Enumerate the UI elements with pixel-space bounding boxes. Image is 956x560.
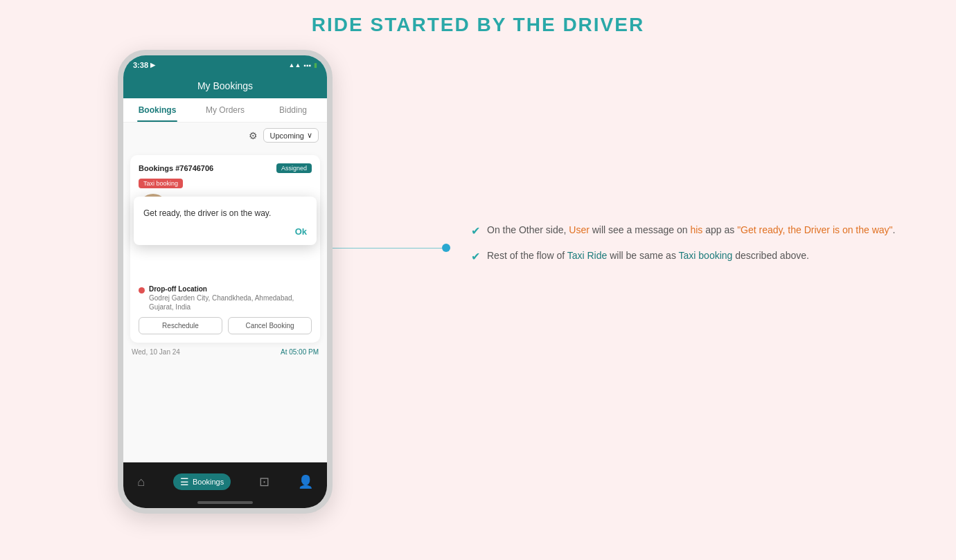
tab-bidding[interactable]: Bidding [259, 98, 327, 122]
home-indicator [123, 501, 327, 508]
phone-header: My Bookings [123, 75, 327, 98]
connection-line [331, 244, 450, 252]
nav-bookings[interactable]: ☰ Bookings [173, 473, 231, 490]
phone-tabs: Bookings My Orders Bidding [123, 98, 327, 123]
upcoming-dropdown[interactable]: Upcoming ∨ [263, 128, 319, 143]
wifi-icon: ▲▲ [289, 62, 301, 69]
cancel-booking-button[interactable]: Cancel Booking [228, 317, 312, 334]
action-buttons: Reschedule Cancel Booking [139, 317, 312, 334]
status-bar: 3:38 ▶ ▲▲ ▪▪▪ ▮ [123, 55, 327, 75]
phone-mockup: 3:38 ▶ ▲▲ ▪▪▪ ▮ My Bookings Bookings My … [118, 50, 333, 514]
taxi-badge: Taxi booking [139, 179, 183, 188]
dropoff-info: Drop-off Location Godrej Garden City, Ch… [149, 285, 312, 311]
bookings-pill: ☰ Bookings [173, 473, 231, 490]
date-row: Wed, 10 Jan 24 At 05:00 PM [123, 343, 327, 361]
filter-row: ⚙ Upcoming ∨ [123, 123, 327, 148]
bookings-nav-icon: ☰ [180, 476, 189, 487]
dropoff-dot [139, 287, 145, 293]
home-icon: ⌂ [137, 475, 145, 489]
page-title: RIDE STARTED BY THE DRIVER [312, 14, 644, 36]
dropoff-label: Drop-off Location [149, 285, 312, 293]
profile-icon: 👤 [298, 474, 313, 489]
card-top-row: Bookings #76746706 Assigned [139, 163, 312, 173]
battery-full-icon: ▮ [314, 62, 317, 69]
nav-profile[interactable]: 👤 [298, 474, 313, 489]
filter-icon[interactable]: ⚙ [249, 130, 258, 141]
upcoming-label: Upcoming [269, 132, 304, 140]
annotation-2: ✔ Rest of the flow of Taxi Ride will be … [471, 249, 921, 263]
right-annotations: ✔ On the Other side, User will see a mes… [450, 50, 921, 274]
tab-my-orders[interactable]: My Orders [191, 98, 259, 122]
popup-dialog: Get ready, the driver is on the way. Ok [134, 197, 317, 245]
check-icon-1: ✔ [471, 224, 480, 237]
battery-icon: ▪▪▪ [303, 62, 311, 69]
check-icon-2: ✔ [471, 250, 480, 263]
line-dot [442, 244, 450, 252]
popup-message: Get ready, the driver is on the way. [143, 208, 307, 219]
nav-home[interactable]: ⌂ [137, 475, 145, 489]
bookings-nav-label: Bookings [193, 478, 224, 486]
dropoff-row: Drop-off Location Godrej Garden City, Ch… [139, 285, 312, 311]
booking-date: Wed, 10 Jan 24 [132, 348, 180, 356]
nav-orders[interactable]: ⊡ [259, 474, 269, 489]
location-icon: ▶ [150, 62, 155, 69]
assigned-badge: Assigned [276, 163, 312, 173]
dropoff-address: Godrej Garden City, Chandkheda, Ahmedaba… [149, 293, 312, 311]
reschedule-button[interactable]: Reschedule [139, 317, 222, 334]
status-time: 3:38 [133, 61, 148, 69]
orders-icon: ⊡ [259, 474, 269, 489]
bottom-nav: ⌂ ☰ Bookings ⊡ 👤 [123, 462, 327, 501]
header-title: My Bookings [197, 80, 253, 91]
status-icons: ▲▲ ▪▪▪ ▮ [289, 62, 317, 69]
booking-card: Bookings #76746706 Assigned Taxi booking [130, 155, 320, 343]
popup-ok-button[interactable]: Ok [143, 226, 307, 237]
home-bar [197, 501, 253, 504]
line-h [331, 248, 442, 249]
booking-time: At 05:00 PM [281, 348, 319, 356]
tab-bookings[interactable]: Bookings [123, 98, 191, 122]
annotation-1: ✔ On the Other side, User will see a mes… [471, 223, 921, 237]
annotation-text-1: On the Other side, User will see a messa… [487, 223, 895, 237]
annotation-text-2: Rest of the flow of Taxi Ride will be sa… [487, 249, 809, 263]
chevron-down-icon: ∨ [307, 131, 312, 140]
booking-number: Bookings #76746706 [139, 164, 213, 172]
phone-scroll-area: Bookings #76746706 Assigned Taxi booking [123, 148, 327, 462]
